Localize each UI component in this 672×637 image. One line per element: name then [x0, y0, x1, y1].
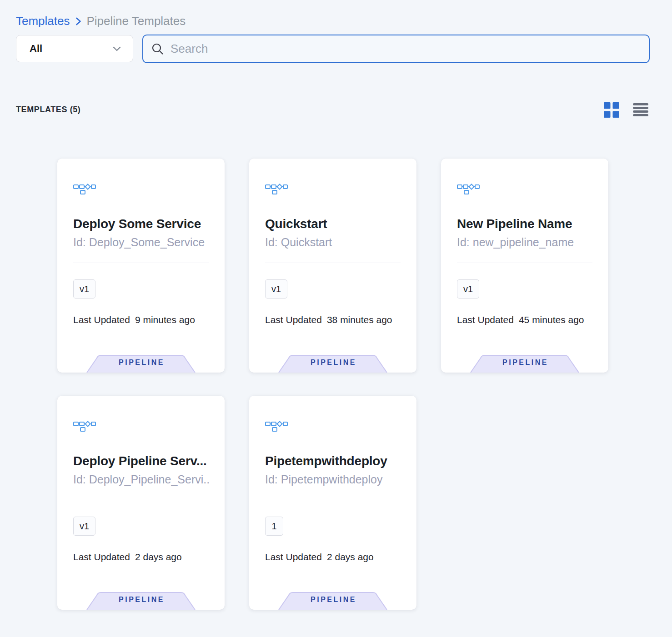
last-updated-row: Last Updated 2 days ago [73, 551, 209, 563]
template-title: Quickstart [265, 216, 401, 232]
scope-filter-dropdown[interactable]: All [16, 35, 133, 62]
last-updated-row: Last Updated 38 minutes ago [265, 314, 401, 326]
version-badge: v1 [73, 279, 95, 299]
last-updated-value: 2 days ago [135, 551, 182, 563]
search-input[interactable] [171, 40, 642, 58]
template-card[interactable]: New Pipeline Name Id: new_pipeline_name … [441, 159, 608, 373]
view-toggle [604, 102, 648, 118]
pipeline-type-tag: PIPELINE [86, 592, 196, 610]
version-badge: v1 [457, 279, 479, 299]
last-updated-label: Last Updated [265, 551, 322, 563]
templates-count-heading: TEMPLATES (5) [16, 105, 80, 114]
grid-view-icon[interactable] [604, 102, 619, 118]
last-updated-label: Last Updated [73, 551, 130, 563]
pipeline-stages-icon [265, 420, 401, 433]
last-updated-row: Last Updated 2 days ago [265, 551, 401, 563]
last-updated-value: 45 minutes ago [519, 314, 584, 326]
template-card[interactable]: Deploy Pipeline Serv... Id: Deploy_Pipel… [57, 396, 225, 610]
template-title: Pipetempwithdeploy [265, 453, 401, 469]
templates-grid: Deploy Some Service Id: Deploy_Some_Serv… [57, 159, 608, 610]
divider [265, 263, 401, 263]
last-updated-value: 9 minutes ago [135, 314, 195, 326]
pipeline-stages-icon [73, 420, 209, 433]
template-title: Deploy Pipeline Serv... [73, 453, 209, 469]
topbar: Templates Pipeline Templates All [0, 0, 672, 63]
version-badge: 1 [265, 517, 283, 536]
template-card[interactable]: Deploy Some Service Id: Deploy_Some_Serv… [57, 159, 225, 373]
pipeline-stages-icon [265, 183, 401, 196]
last-updated-row: Last Updated 45 minutes ago [457, 314, 592, 326]
scope-filter-value: All [30, 43, 42, 55]
last-updated-label: Last Updated [457, 314, 514, 326]
template-card[interactable]: Quickstart Id: Quickstart v1 Last Update… [249, 159, 416, 373]
divider [73, 500, 209, 500]
pipeline-type-tag-label: PIPELINE [278, 592, 387, 608]
pipeline-type-tag: PIPELINE [278, 592, 387, 610]
pipeline-type-tag: PIPELINE [86, 354, 196, 373]
chevron-right-icon [75, 17, 81, 26]
chevron-down-icon [113, 46, 121, 51]
divider [73, 263, 209, 263]
version-badge: v1 [265, 279, 287, 299]
section-header: TEMPLATES (5) [0, 101, 672, 118]
template-id: Id: Pipetempwithdeploy [265, 473, 401, 486]
last-updated-value: 38 minutes ago [327, 314, 392, 326]
last-updated-value: 2 days ago [327, 551, 374, 563]
pipeline-stages-icon [73, 183, 209, 196]
pipeline-type-tag-label: PIPELINE [86, 592, 196, 608]
template-id: Id: Deploy_Pipeline_Servi... [73, 473, 209, 486]
search-box [142, 35, 650, 63]
last-updated-label: Last Updated [265, 314, 322, 326]
last-updated-label: Last Updated [73, 314, 130, 326]
breadcrumb-link-templates[interactable]: Templates [16, 14, 70, 28]
pipeline-type-tag-label: PIPELINE [278, 354, 387, 371]
controls-row: All [16, 35, 650, 63]
breadcrumb-current: Pipeline Templates [87, 14, 186, 28]
template-title: New Pipeline Name [457, 216, 592, 232]
template-id: Id: Deploy_Some_Service [73, 235, 209, 249]
pipeline-type-tag: PIPELINE [278, 354, 387, 373]
pipeline-type-tag-label: PIPELINE [86, 354, 196, 371]
template-id: Id: new_pipeline_name [457, 235, 592, 249]
template-id: Id: Quickstart [265, 235, 401, 249]
pipeline-stages-icon [457, 183, 592, 196]
template-title: Deploy Some Service [73, 216, 209, 232]
search-icon [151, 43, 164, 55]
list-view-icon[interactable] [633, 103, 648, 116]
last-updated-row: Last Updated 9 minutes ago [73, 314, 209, 326]
breadcrumb: Templates Pipeline Templates [16, 14, 650, 28]
pipeline-type-tag: PIPELINE [470, 354, 579, 373]
version-badge: v1 [73, 517, 95, 536]
divider [457, 263, 592, 263]
divider [265, 500, 401, 500]
pipeline-type-tag-label: PIPELINE [470, 354, 579, 371]
template-card[interactable]: Pipetempwithdeploy Id: Pipetempwithdeplo… [249, 396, 416, 610]
